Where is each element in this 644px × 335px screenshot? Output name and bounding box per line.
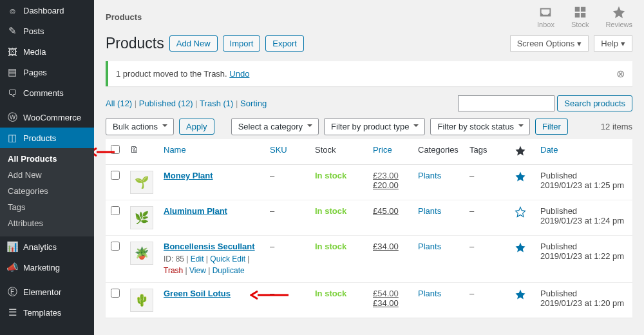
- screen-options-toggle[interactable]: Screen Options ▾: [510, 35, 589, 52]
- export-button[interactable]: Export: [265, 35, 304, 52]
- sidebar-item-analytics[interactable]: 📊Analytics: [0, 236, 94, 257]
- undo-link[interactable]: Undo: [229, 69, 249, 79]
- edit-link[interactable]: Edit: [191, 254, 204, 263]
- featured-star-icon[interactable]: [515, 206, 526, 218]
- import-button[interactable]: Import: [223, 35, 261, 52]
- filter-button[interactable]: Filter: [535, 119, 568, 135]
- product-name-link[interactable]: Boncellensis Secullant: [164, 242, 255, 251]
- view-trash[interactable]: Trash (1): [200, 99, 233, 108]
- stock-status: In stock: [315, 206, 346, 216]
- product-name-link[interactable]: Aluminum Plant: [164, 206, 227, 216]
- date-cell: Published 2019/01/23 at 1:22 pm: [535, 236, 632, 283]
- sidebar-item-label: Pages: [23, 68, 47, 77]
- sidebar-item-products[interactable]: ◫Products: [0, 128, 94, 148]
- add-new-button[interactable]: Add New: [169, 35, 218, 52]
- sku-cell: –: [265, 236, 310, 283]
- tags-cell: –: [464, 283, 509, 318]
- row-checkbox[interactable]: [111, 242, 120, 251]
- search-button[interactable]: Search products: [557, 95, 632, 111]
- price-cell: £54.00£34.00: [368, 283, 413, 318]
- table-row: 🪴 Boncellensis SecullantID: 85 | Edit | …: [106, 236, 632, 283]
- view-sorting[interactable]: Sorting: [240, 99, 267, 108]
- topicon-stock[interactable]: Stock: [571, 5, 589, 28]
- submenu-all-products[interactable]: All Products: [0, 151, 94, 167]
- woo-icon: ⓦ: [6, 111, 18, 123]
- col-sku[interactable]: SKU: [265, 139, 310, 165]
- dismiss-notice-icon[interactable]: ⊗: [616, 68, 625, 80]
- topicon-inbox[interactable]: Inbox: [537, 5, 554, 28]
- megaphone-icon: 📣: [6, 262, 18, 273]
- duplicate-link[interactable]: Duplicate: [213, 266, 245, 275]
- sidebar-item-label: WooCommerce: [23, 113, 81, 122]
- sidebar-item-label: Posts: [23, 26, 44, 36]
- apply-button[interactable]: Apply: [179, 119, 214, 135]
- grid-icon: [573, 5, 587, 19]
- notice-text: 1 product moved to the Trash. Undo: [116, 69, 249, 79]
- sidebar-item-pages[interactable]: ▤Pages: [0, 62, 94, 82]
- view-published[interactable]: Published (12): [139, 99, 193, 108]
- featured-star-icon[interactable]: [515, 242, 526, 253]
- quick-edit-link[interactable]: Quick Edit: [210, 254, 245, 263]
- sidebar-item-templates[interactable]: ☰Templates: [0, 302, 94, 323]
- image-column-icon: 🖻: [130, 145, 138, 155]
- row-actions: ID: 85 | Edit | Quick Edit | Trash | Vie…: [164, 253, 260, 276]
- category-link[interactable]: Plants: [418, 289, 441, 298]
- row-checkbox[interactable]: [111, 171, 120, 180]
- bulk-actions-select[interactable]: Bulk actions: [106, 118, 174, 135]
- sidebar-item-elementor[interactable]: ⒺElementor: [0, 282, 94, 302]
- submenu-attributes[interactable]: Attributes: [0, 215, 94, 231]
- select-all-checkbox[interactable]: [111, 145, 120, 154]
- featured-star-icon[interactable]: [515, 289, 526, 300]
- sidebar-item-label: Marketing: [23, 263, 60, 273]
- view-all[interactable]: All (12): [106, 99, 132, 108]
- product-thumb: 🌵: [130, 289, 153, 312]
- star-icon: [612, 5, 626, 19]
- product-name-link[interactable]: Green Soil Lotus: [164, 289, 231, 298]
- sidebar-item-marketing[interactable]: 📣Marketing: [0, 257, 94, 278]
- sidebar-item-label: Products: [23, 133, 56, 143]
- topicon-reviews[interactable]: Reviews: [605, 5, 632, 28]
- sidebar-item-woocommerce[interactable]: ⓦWooCommerce: [0, 107, 94, 128]
- products-table: 🖻 Name SKU Stock Price Categories Tags D…: [106, 139, 632, 318]
- sku-cell: –: [265, 165, 310, 200]
- stock-filter-select[interactable]: Filter by stock status: [430, 118, 529, 135]
- pin-icon: ✎: [6, 25, 18, 37]
- sidebar-item-comments[interactable]: 🗨Comments: [0, 82, 94, 103]
- category-link[interactable]: Plants: [418, 171, 441, 180]
- col-name[interactable]: Name: [158, 139, 265, 165]
- date-cell: Published 2019/01/23 at 1:25 pm: [535, 165, 632, 200]
- submenu-categories[interactable]: Categories: [0, 183, 94, 199]
- breadcrumb: Products: [106, 12, 142, 22]
- col-price[interactable]: Price: [368, 139, 413, 165]
- sidebar-item-dashboard[interactable]: ⌾Dashboard: [0, 0, 94, 21]
- stock-status: In stock: [315, 289, 346, 298]
- product-type-filter-select[interactable]: Filter by product type: [324, 118, 425, 135]
- category-link[interactable]: Plants: [418, 242, 441, 251]
- help-toggle[interactable]: Help ▾: [594, 35, 632, 52]
- search-input[interactable]: [458, 95, 554, 111]
- table-row: 🌱 Money Plant – In stock £23.00£20.00 Pl…: [106, 165, 632, 200]
- tags-cell: –: [464, 200, 509, 236]
- submenu-tags[interactable]: Tags: [0, 199, 94, 215]
- row-checkbox[interactable]: [111, 206, 120, 215]
- category-filter-select[interactable]: Select a category: [231, 118, 319, 135]
- product-thumb: 🌿: [130, 206, 153, 229]
- featured-column-icon: [515, 145, 526, 157]
- sidebar-item-media[interactable]: 🖾Media: [0, 41, 94, 62]
- col-date[interactable]: Date: [535, 139, 632, 165]
- product-name-link[interactable]: Money Plant: [164, 171, 213, 180]
- table-row: 🌵 Green Soil Lotus – In stock £54.00£34.…: [106, 283, 632, 318]
- category-link[interactable]: Plants: [418, 206, 441, 216]
- elementor-icon: Ⓔ: [6, 286, 18, 298]
- view-link[interactable]: View: [189, 266, 206, 275]
- sidebar-item-label: Templates: [23, 308, 61, 318]
- sidebar-submenu: All Products Add New Categories Tags Att…: [0, 148, 94, 236]
- inbox-icon: [538, 5, 553, 19]
- trash-link[interactable]: Trash: [164, 266, 183, 275]
- row-checkbox[interactable]: [111, 289, 120, 298]
- submenu-add-new[interactable]: Add New: [0, 167, 94, 183]
- sidebar-item-posts[interactable]: ✎Posts: [0, 21, 94, 41]
- price-cell: £23.00£20.00: [368, 165, 413, 200]
- featured-star-icon[interactable]: [515, 171, 526, 182]
- trash-notice: 1 product moved to the Trash. Undo ⊗: [106, 61, 632, 86]
